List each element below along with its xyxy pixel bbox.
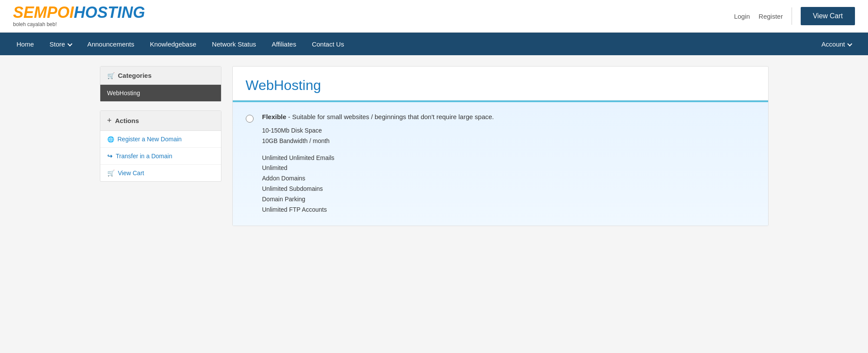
sidebar-actions-section: + Actions Register a New Domain Transfer… <box>100 110 221 182</box>
transfer-domain-label: Transfer in a Domain <box>116 153 172 160</box>
sidebar-item-webhosting[interactable]: WebHosting <box>100 85 221 101</box>
nav-announcements[interactable]: Announcements <box>79 33 142 55</box>
spec-domain-parking: Domain Parking <box>262 194 755 205</box>
spec-ftp: Unlimited FTP Accounts <box>262 205 755 215</box>
cart-icon <box>107 72 115 79</box>
logo-sempoi: SEMPOI <box>13 3 74 21</box>
site-header: SEMPOIHOSTING boleh cayalah beb! Login R… <box>0 0 868 33</box>
globe-icon <box>107 136 114 143</box>
view-cart-sidebar-label: View Cart <box>118 170 144 176</box>
sidebar-register-domain[interactable]: Register a New Domain <box>100 131 221 148</box>
spec-addon-domains: Addon Domains <box>262 173 755 184</box>
spec-emails: Unlimited Unlimited Emails <box>262 153 755 163</box>
nav-account[interactable]: Account <box>814 33 859 55</box>
sidebar-actions-header: + Actions <box>100 111 221 131</box>
sidebar-categories-section: Categories WebHosting <box>100 66 221 102</box>
product-name-line: Flexible - Suitable for small websites /… <box>262 113 755 120</box>
spec-unlimited: Unlimited <box>262 163 755 173</box>
product-description: - Suitable for small websites / beginnin… <box>288 113 494 120</box>
logo-hosting: HOSTING <box>74 3 145 21</box>
content-area: WebHosting Flexible - Suitable for small… <box>232 66 769 226</box>
nav-network-status[interactable]: Network Status <box>204 33 264 55</box>
main-container: Categories WebHosting + Actions Register… <box>87 55 782 237</box>
product-name: Flexible <box>262 113 287 120</box>
spec-subdomains: Unlimited Subdomains <box>262 184 755 194</box>
product-specs-group2: Unlimited Unlimited Emails Unlimited Add… <box>262 153 755 215</box>
header-divider <box>792 7 792 25</box>
view-cart-button[interactable]: View Cart <box>801 7 855 25</box>
register-link[interactable]: Register <box>759 13 783 20</box>
content-header: WebHosting <box>233 67 768 100</box>
spec-bandwidth: 10GB Bandwidth / month <box>262 136 755 147</box>
product-row: Flexible - Suitable for small websites /… <box>233 100 768 226</box>
login-link[interactable]: Login <box>734 13 750 20</box>
actions-label: Actions <box>115 117 139 124</box>
account-dropdown-icon <box>847 41 852 46</box>
product-row-inner: Flexible - Suitable for small websites /… <box>246 113 755 215</box>
product-details: Flexible - Suitable for small websites /… <box>262 113 755 215</box>
logo: SEMPOIHOSTING boleh cayalah beb! <box>13 5 145 27</box>
product-specs: 10-150Mb Disk Space 10GB Bandwidth / mon… <box>262 126 755 147</box>
sidebar: Categories WebHosting + Actions Register… <box>100 66 221 226</box>
store-dropdown-icon <box>67 41 72 46</box>
register-domain-label: Register a New Domain <box>118 136 182 143</box>
spec-disk: 10-150Mb Disk Space <box>262 126 755 136</box>
navbar: Home Store Announcements Knowledgebase N… <box>0 33 868 55</box>
header-actions: Login Register View Cart <box>734 7 855 25</box>
categories-label: Categories <box>118 72 152 79</box>
nav-home[interactable]: Home <box>9 33 42 55</box>
nav-store[interactable]: Store <box>42 33 79 55</box>
product-radio-col <box>246 113 254 215</box>
nav-affiliates[interactable]: Affiliates <box>264 33 304 55</box>
nav-contact-us[interactable]: Contact Us <box>304 33 352 55</box>
sidebar-view-cart[interactable]: View Cart <box>100 165 221 181</box>
sidebar-categories-header: Categories <box>100 67 221 85</box>
transfer-icon <box>107 153 112 160</box>
page-title: WebHosting <box>246 77 755 93</box>
nav-knowledgebase[interactable]: Knowledgebase <box>142 33 204 55</box>
cart-icon-action <box>107 170 115 176</box>
sidebar-transfer-domain[interactable]: Transfer in a Domain <box>100 148 221 165</box>
product-radio-flexible[interactable] <box>246 115 254 123</box>
logo-tagline: boleh cayalah beb! <box>13 21 145 27</box>
